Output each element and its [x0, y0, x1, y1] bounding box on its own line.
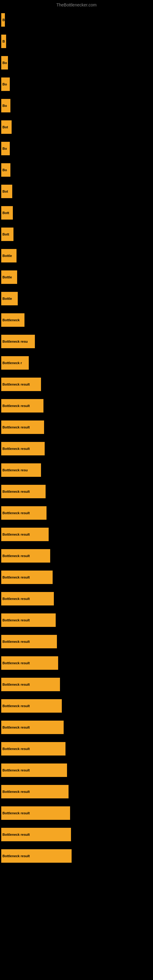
bar-label: Bottleneck result	[2, 425, 30, 429]
bar-row: Bottleneck result	[0, 566, 153, 588]
bar-row: Bottle	[0, 266, 153, 288]
bar-row: Bottleneck result	[0, 759, 153, 781]
bar: Bottleneck resu	[1, 335, 35, 348]
bar: Bottleneck result	[1, 785, 69, 799]
bar: Bo	[1, 163, 10, 177]
bar-label: Bottleneck result	[2, 704, 30, 708]
bar-row: Bottle	[0, 245, 153, 266]
bar-label: Bott	[2, 211, 9, 215]
bar: B	[1, 35, 6, 48]
bar: Bott	[1, 206, 13, 220]
bar-row: Bo	[0, 73, 153, 95]
bar-row: Bottleneck result	[0, 395, 153, 417]
bar-row: Bottleneck result	[0, 631, 153, 652]
bar-row: Bott	[0, 224, 153, 245]
bar: Bottleneck result	[1, 742, 65, 756]
bar-label: Bo	[2, 168, 7, 172]
bar-row: Bottleneck result	[0, 524, 153, 545]
bar-label: Bottleneck result	[2, 661, 30, 665]
bar: Bottleneck result	[1, 699, 62, 713]
bar: Bo	[1, 56, 8, 70]
bar: Bottleneck result	[1, 656, 58, 670]
bar-label: Bot	[2, 125, 8, 129]
bar-row: Bo	[0, 52, 153, 73]
bar-row: Bottleneck result	[0, 438, 153, 460]
bar-row: Bot	[0, 116, 153, 138]
bar: Bottleneck result	[1, 828, 71, 841]
bar: Bottle	[1, 270, 17, 284]
bar-label: Bottleneck	[2, 318, 19, 322]
bar-row: Bottleneck result	[0, 738, 153, 759]
bar: Bottleneck result	[1, 506, 46, 520]
bar: Bottleneck result	[1, 528, 49, 541]
bar-label: Bottleneck result	[2, 447, 30, 450]
bar: Bottleneck result	[1, 764, 67, 777]
bar: Bo	[1, 142, 10, 155]
site-title: TheBottlenecker.com	[0, 0, 153, 9]
bar-label: Bottleneck result	[2, 790, 30, 794]
bar-row: Bottleneck result	[0, 845, 153, 867]
bar-label: Bottleneck result	[2, 640, 30, 643]
bar: Bottleneck r	[1, 356, 29, 370]
bar-row: Bottleneck result	[0, 545, 153, 566]
bar: Bottleneck resu	[1, 463, 41, 477]
bar: Bottleneck	[1, 313, 24, 327]
bar: Bo	[1, 99, 10, 112]
bar-label: Bottleneck result	[2, 490, 30, 493]
bar-label: Bottleneck result	[2, 854, 30, 858]
bar: Bottleneck result	[1, 678, 60, 691]
bar: Bottleneck result	[1, 420, 44, 434]
bar-row: Bottleneck result	[0, 674, 153, 695]
bar: Bottleneck result	[1, 849, 72, 863]
bar-label: Bottleneck result	[2, 382, 30, 386]
bar-row: Bot	[0, 181, 153, 202]
bar-label: Bo	[2, 147, 7, 150]
bar: Bottle	[1, 292, 18, 305]
bar-row: Bo	[0, 95, 153, 116]
bar-row: Bott	[0, 202, 153, 224]
bar-label: Bottleneck result	[2, 576, 30, 579]
bar-label: Bot	[2, 189, 8, 193]
bar-row: Bottleneck r	[0, 352, 153, 374]
bar-label: Bo	[2, 104, 7, 108]
bar-row: Bottle	[0, 288, 153, 309]
bar-label: Bott	[2, 232, 9, 236]
bar-label: Bottleneck resu	[2, 340, 28, 343]
bars-container: BBBoBoBoBotBoBoBotBottBottBottleBottleBo…	[0, 9, 153, 867]
bar: B	[1, 13, 5, 27]
bar-label: Bottleneck result	[2, 597, 30, 601]
bar-row: Bottleneck result	[0, 781, 153, 802]
bar-label: Bottle	[2, 254, 12, 258]
bar: Bottle	[1, 249, 16, 262]
bar-label: Bottleneck r	[2, 361, 22, 365]
bar: Bottleneck result	[1, 592, 54, 605]
bar-row: Bottleneck resu	[0, 460, 153, 481]
bar-label: Bottleneck result	[2, 533, 30, 536]
bar-label: Bottleneck result	[2, 833, 30, 836]
bar-row: Bottleneck resu	[0, 331, 153, 352]
bar: Bottleneck result	[1, 485, 46, 498]
bar-label: Bottleneck result	[2, 404, 30, 407]
bar-row: Bottleneck result	[0, 652, 153, 674]
bar: Bottleneck result	[1, 549, 50, 563]
bar: Bo	[1, 78, 10, 91]
bar-label: Bottleneck result	[2, 747, 30, 751]
bar: Bot	[1, 120, 12, 134]
bar-row: Bo	[0, 138, 153, 159]
bar-label: Bottleneck result	[2, 811, 30, 815]
bar-row: Bottleneck result	[0, 481, 153, 502]
bar-row: Bottleneck result	[0, 374, 153, 395]
bar: Bottleneck result	[1, 721, 64, 734]
bar: Bottleneck result	[1, 399, 43, 412]
bar-label: Bottleneck result	[2, 768, 30, 772]
bar-row: Bottleneck result	[0, 502, 153, 524]
bar: Bottleneck result	[1, 571, 53, 584]
bar: Bottleneck result	[1, 378, 41, 391]
bar-row: Bottleneck result	[0, 824, 153, 845]
bar-label: Bottle	[2, 275, 12, 279]
bar: Bot	[1, 185, 12, 198]
bar-label: Bo	[2, 61, 7, 65]
bar-label: Bottle	[2, 297, 12, 301]
bar: Bottleneck result	[1, 442, 45, 455]
bar: Bottleneck result	[1, 635, 57, 648]
